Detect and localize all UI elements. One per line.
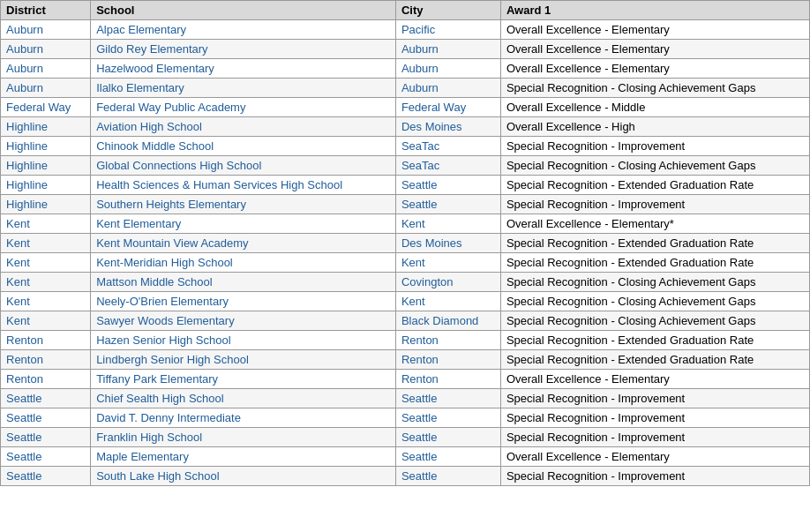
city-cell: Renton	[395, 350, 500, 370]
award-cell: Special Recognition - Extended Graduatio…	[500, 176, 809, 195]
table-row: KentKent-Meridian High SchoolKentSpecial…	[1, 253, 810, 273]
school-cell: Gildo Rey Elementary	[91, 40, 396, 59]
city-cell: Des Moines	[395, 117, 500, 137]
city-cell: Seattle	[395, 467, 500, 486]
city-cell: Auburn	[395, 59, 500, 79]
table-row: SeattleDavid T. Denny IntermediateSeattl…	[1, 408, 810, 428]
city-cell: Kent	[395, 292, 500, 311]
school-cell: Global Connections High School	[91, 156, 396, 176]
city-cell: Seattle	[395, 447, 500, 467]
school-cell: Franklin High School	[91, 428, 396, 447]
district-cell: Auburn	[1, 40, 91, 59]
table-row: AuburnIlalko ElementaryAuburnSpecial Rec…	[1, 79, 810, 98]
school-cell: Tiffany Park Elementary	[91, 370, 396, 389]
header-city: City	[395, 1, 500, 20]
award-cell: Overall Excellence - Elementary	[500, 40, 809, 59]
city-cell: Renton	[395, 331, 500, 350]
school-cell: South Lake High School	[91, 467, 396, 486]
school-cell: Neely-O'Brien Elementary	[91, 292, 396, 311]
table-row: KentKent ElementaryKentOverall Excellenc…	[1, 214, 810, 234]
table-row: KentNeely-O'Brien ElementaryKentSpecial …	[1, 292, 810, 311]
city-cell: Renton	[395, 370, 500, 389]
award-cell: Special Recognition - Improvement	[500, 408, 809, 428]
table-row: Federal WayFederal Way Public AcademyFed…	[1, 98, 810, 117]
award-cell: Overall Excellence - Elementary	[500, 370, 809, 389]
district-cell: Seattle	[1, 467, 91, 486]
school-cell: Mattson Middle School	[91, 273, 396, 292]
city-cell: Seattle	[395, 389, 500, 408]
city-cell: Seattle	[395, 408, 500, 428]
award-cell: Special Recognition - Closing Achievemen…	[500, 79, 809, 98]
school-cell: Health Sciences & Human Services High Sc…	[91, 176, 396, 195]
table-row: SeattleMaple ElementarySeattleOverall Ex…	[1, 447, 810, 467]
city-cell: Kent	[395, 253, 500, 273]
school-cell: Southern Heights Elementary	[91, 195, 396, 214]
award-cell: Special Recognition - Extended Graduatio…	[500, 234, 809, 253]
district-cell: Highline	[1, 117, 91, 137]
school-cell: Chief Sealth High School	[91, 389, 396, 408]
header-district: District	[1, 1, 91, 20]
award-cell: Special Recognition - Improvement	[500, 195, 809, 214]
city-cell: SeaTac	[395, 137, 500, 156]
district-cell: Highline	[1, 176, 91, 195]
district-cell: Kent	[1, 273, 91, 292]
school-cell: Maple Elementary	[91, 447, 396, 467]
city-cell: Seattle	[395, 176, 500, 195]
school-cell: Kent Elementary	[91, 214, 396, 234]
award-cell: Special Recognition - Closing Achievemen…	[500, 273, 809, 292]
award-cell: Special Recognition - Improvement	[500, 389, 809, 408]
header-award: Award 1	[500, 1, 809, 20]
table-row: RentonLindbergh Senior High SchoolRenton…	[1, 350, 810, 370]
school-cell: Kent Mountain View Academy	[91, 234, 396, 253]
table-row: HighlineAviation High SchoolDes MoinesOv…	[1, 117, 810, 137]
district-cell: Kent	[1, 292, 91, 311]
award-cell: Overall Excellence - Elementary	[500, 20, 809, 40]
city-cell: Pacific	[395, 20, 500, 40]
award-cell: Overall Excellence - High	[500, 117, 809, 137]
table-row: AuburnHazelwood ElementaryAuburnOverall …	[1, 59, 810, 79]
district-cell: Auburn	[1, 79, 91, 98]
award-cell: Special Recognition - Closing Achievemen…	[500, 311, 809, 331]
school-cell: Aviation High School	[91, 117, 396, 137]
table-row: SeattleFranklin High SchoolSeattleSpecia…	[1, 428, 810, 447]
city-cell: SeaTac	[395, 156, 500, 176]
award-cell: Overall Excellence - Elementary	[500, 59, 809, 79]
table-row: HighlineHealth Sciences & Human Services…	[1, 176, 810, 195]
district-cell: Renton	[1, 370, 91, 389]
city-cell: Des Moines	[395, 234, 500, 253]
city-cell: Kent	[395, 214, 500, 234]
city-cell: Auburn	[395, 79, 500, 98]
school-cell: Alpac Elementary	[91, 20, 396, 40]
award-cell: Special Recognition - Extended Graduatio…	[500, 253, 809, 273]
district-cell: Kent	[1, 234, 91, 253]
city-cell: Seattle	[395, 428, 500, 447]
table-row: AuburnGildo Rey ElementaryAuburnOverall …	[1, 40, 810, 59]
award-cell: Special Recognition - Closing Achievemen…	[500, 292, 809, 311]
table-row: SeattleSouth Lake High SchoolSeattleSpec…	[1, 467, 810, 486]
table-row: RentonHazen Senior High SchoolRentonSpec…	[1, 331, 810, 350]
district-cell: Seattle	[1, 428, 91, 447]
award-cell: Special Recognition - Closing Achievemen…	[500, 156, 809, 176]
award-cell: Overall Excellence - Middle	[500, 98, 809, 117]
award-cell: Special Recognition - Extended Graduatio…	[500, 350, 809, 370]
district-cell: Renton	[1, 331, 91, 350]
district-cell: Auburn	[1, 59, 91, 79]
district-cell: Renton	[1, 350, 91, 370]
award-cell: Special Recognition - Improvement	[500, 137, 809, 156]
district-cell: Kent	[1, 214, 91, 234]
award-cell: Overall Excellence - Elementary	[500, 447, 809, 467]
award-cell: Special Recognition - Extended Graduatio…	[500, 331, 809, 350]
table-row: HighlineSouthern Heights ElementarySeatt…	[1, 195, 810, 214]
school-cell: Sawyer Woods Elementary	[91, 311, 396, 331]
school-cell: Hazelwood Elementary	[91, 59, 396, 79]
award-cell: Overall Excellence - Elementary*	[500, 214, 809, 234]
school-cell: David T. Denny Intermediate	[91, 408, 396, 428]
school-cell: Hazen Senior High School	[91, 331, 396, 350]
header-school: School	[91, 1, 396, 20]
district-cell: Seattle	[1, 447, 91, 467]
city-cell: Seattle	[395, 195, 500, 214]
table-row: RentonTiffany Park ElementaryRentonOvera…	[1, 370, 810, 389]
district-cell: Federal Way	[1, 98, 91, 117]
district-cell: Kent	[1, 311, 91, 331]
school-cell: Kent-Meridian High School	[91, 253, 396, 273]
